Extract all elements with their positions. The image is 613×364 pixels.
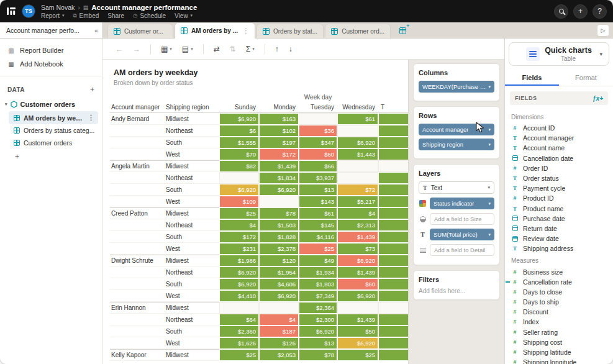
field-item-days-to-close[interactable]: #Days to close xyxy=(511,287,607,297)
tab-orders-by-stat[interactable]: Orders by stat... xyxy=(257,24,324,38)
value-cell[interactable]: $1,954 xyxy=(259,266,299,278)
value-cell[interactable]: $1,439 xyxy=(337,314,378,325)
tab-am-orders-by[interactable]: AM orders by ...⋮ xyxy=(175,22,255,39)
field-item-order-status[interactable]: TOrder status xyxy=(511,173,607,183)
value-cell[interactable]: $6,920 xyxy=(299,325,337,337)
collapse-sidebar-button[interactable]: « xyxy=(94,27,98,34)
row-header-shipping-region[interactable]: Shipping region xyxy=(165,102,219,113)
field-item-product-id[interactable]: #Product ID xyxy=(511,193,607,203)
value-cell[interactable] xyxy=(337,125,378,137)
value-cell[interactable]: $4,606 xyxy=(259,278,299,290)
manager-cell[interactable]: Erin Hannon xyxy=(110,302,165,314)
value-cell[interactable] xyxy=(337,302,378,314)
table-view-button[interactable]: ▦▾ xyxy=(157,42,176,56)
value-cell[interactable]: $2,364 xyxy=(299,302,337,314)
value-cell[interactable]: $102 xyxy=(259,125,299,137)
tab-format[interactable]: Format xyxy=(559,70,613,86)
value-cell[interactable]: $1,828 xyxy=(259,231,299,243)
caret-down-icon[interactable]: ▾ xyxy=(5,102,7,107)
value-cell[interactable] xyxy=(378,113,409,125)
tab-customer-or[interactable]: Customer or... xyxy=(107,24,173,38)
value-cell[interactable]: $66 xyxy=(299,160,337,172)
value-cell[interactable]: $78 xyxy=(259,207,299,219)
region-cell[interactable]: South xyxy=(165,325,219,337)
layer-pill-sum-total-price[interactable]: SUM(Total price)▾ xyxy=(430,229,494,240)
region-cell[interactable]: Midwest xyxy=(165,207,219,219)
region-cell[interactable]: West xyxy=(165,290,219,302)
manager-cell[interactable] xyxy=(110,172,165,184)
sidebar-table-orders-by-status-categ[interactable]: Orders by status categ... xyxy=(0,124,102,137)
col-header-t[interactable]: T xyxy=(378,102,409,113)
value-cell[interactable]: $1,934 xyxy=(299,266,337,278)
value-cell[interactable]: $2,378 xyxy=(259,243,299,255)
manager-cell[interactable] xyxy=(110,266,165,278)
manager-cell[interactable] xyxy=(110,243,165,255)
col-header-tuesday[interactable]: Tuesday xyxy=(299,102,337,113)
value-cell[interactable]: $1,439 xyxy=(337,266,378,278)
value-cell[interactable]: $72 xyxy=(337,184,378,196)
value-cell[interactable]: $36 xyxy=(299,125,337,137)
value-cell[interactable]: $13 xyxy=(299,184,337,196)
field-item-shipping-cost[interactable]: #Shipping cost xyxy=(511,337,607,347)
value-cell[interactable] xyxy=(378,337,409,349)
value-cell[interactable]: $2,313 xyxy=(337,219,378,231)
value-cell[interactable] xyxy=(378,266,409,278)
region-cell[interactable]: Midwest xyxy=(165,113,219,125)
report-builder-item[interactable]: ▥ Report Builder xyxy=(0,43,102,57)
value-cell[interactable]: $61 xyxy=(299,207,337,219)
value-cell[interactable]: $1,439 xyxy=(337,231,378,243)
menu-share[interactable]: Share xyxy=(107,12,124,19)
value-cell[interactable]: $6,920 xyxy=(337,137,378,148)
manager-cell[interactable] xyxy=(110,314,165,325)
add-table-button[interactable]: + xyxy=(0,149,24,163)
value-cell[interactable]: $6 xyxy=(219,125,259,137)
manager-cell[interactable] xyxy=(110,196,165,207)
value-cell[interactable] xyxy=(378,207,409,219)
value-cell[interactable]: $126 xyxy=(259,337,299,349)
menu-schedule[interactable]: ◷Schedule xyxy=(133,12,166,19)
row-header-account-manager[interactable]: Account manager xyxy=(110,102,165,113)
region-cell[interactable]: West xyxy=(165,337,219,349)
field-item-account-manager[interactable]: TAccount manager xyxy=(511,133,607,143)
value-cell[interactable]: $78 xyxy=(299,349,337,361)
sidebar-table-am-orders-by-weekday[interactable]: AM orders by weekday⋮ xyxy=(9,111,98,124)
manager-cell[interactable] xyxy=(110,325,165,337)
app-logo-icon[interactable] xyxy=(6,6,16,16)
field-item-shipping-address[interactable]: TShipping address xyxy=(511,243,607,253)
value-cell[interactable]: $6,920 xyxy=(337,290,378,302)
value-cell[interactable]: $60 xyxy=(337,278,378,290)
columns-pill-weekday-purchase-date[interactable]: WEEKDAY(Purchase date)▾ xyxy=(419,81,494,93)
value-cell[interactable] xyxy=(378,302,409,314)
value-cell[interactable] xyxy=(259,196,299,207)
value-cell[interactable] xyxy=(219,172,259,184)
sort-ascending-button[interactable]: ↑ xyxy=(271,42,283,56)
region-cell[interactable]: West xyxy=(165,196,219,207)
value-cell[interactable] xyxy=(378,137,409,148)
manager-cell[interactable]: Kelly Kapoor xyxy=(110,349,165,361)
value-cell[interactable] xyxy=(378,349,409,361)
value-cell[interactable]: $172 xyxy=(219,231,259,243)
value-cell[interactable]: $6,920 xyxy=(259,290,299,302)
field-item-seller-rating[interactable]: #Seller rating xyxy=(511,327,607,337)
tab-fields[interactable]: Fields xyxy=(505,70,559,86)
value-cell[interactable]: $4,116 xyxy=(299,231,337,243)
value-cell[interactable]: $1,503 xyxy=(259,219,299,231)
value-cell[interactable] xyxy=(378,196,409,207)
value-cell[interactable]: $5,217 xyxy=(337,196,378,207)
value-cell[interactable]: $25 xyxy=(337,349,378,361)
field-drop-input[interactable]: Add a field to Detail xyxy=(430,244,494,256)
region-cell[interactable]: South xyxy=(165,278,219,290)
value-cell[interactable]: $6,920 xyxy=(219,266,259,278)
manager-cell[interactable]: Dwight Schrute xyxy=(110,255,165,266)
value-cell[interactable]: $2,053 xyxy=(259,349,299,361)
menu-embed[interactable]: ⧉Embed xyxy=(73,12,99,19)
value-cell[interactable]: $187 xyxy=(259,325,299,337)
field-item-account-name[interactable]: TAccount name xyxy=(511,143,607,153)
manager-cell[interactable]: Creed Patton xyxy=(110,207,165,219)
formula-icon[interactable]: ƒx+ xyxy=(593,95,603,102)
value-cell[interactable] xyxy=(337,172,378,184)
field-item-payment-cycle[interactable]: TPayment cycle xyxy=(511,183,607,193)
new-tab-button[interactable]: + xyxy=(396,24,409,37)
field-item-discount[interactable]: #Discount xyxy=(511,307,607,317)
tab-menu-icon[interactable]: ⋮ xyxy=(243,27,249,34)
